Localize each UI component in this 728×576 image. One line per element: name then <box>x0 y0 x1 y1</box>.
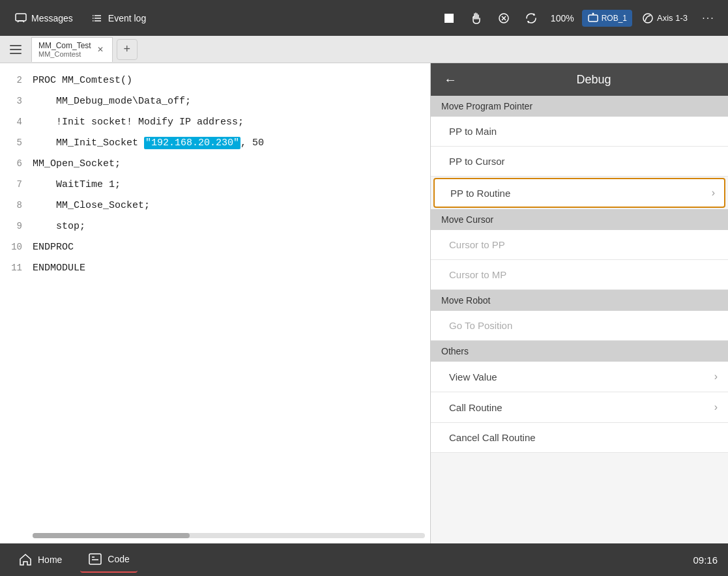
menu-item-cursor-to-pp: Cursor to PP <box>431 230 728 260</box>
code-line-2: 2 PROC MM_Comtest() <box>0 70 430 91</box>
debug-back-button[interactable]: ← <box>441 70 459 89</box>
debug-menu-items: Move Program Pointer PP to Main PP to Cu… <box>431 96 728 543</box>
line-num-10: 10 <box>0 242 33 252</box>
line-content-6: MM_Open_Socket; <box>33 158 121 169</box>
hamburger-line <box>10 45 22 46</box>
tab-close-button[interactable]: ✕ <box>95 44 106 55</box>
svg-rect-15 <box>89 554 101 564</box>
svg-rect-0 <box>16 14 26 21</box>
menu-item-call-routine[interactable]: Call Routine › <box>431 392 728 423</box>
code-line-6: 6 MM_Open_Socket; <box>0 153 430 174</box>
code-line-10: 10 ENDPROC <box>0 237 430 257</box>
hamburger-line <box>10 49 22 50</box>
menu-item-pp-to-cursor[interactable]: PP to Cursor <box>431 147 728 177</box>
go-to-position-label: Go To Position <box>449 320 512 331</box>
cross-button[interactable] <box>492 7 516 30</box>
add-icon: + <box>123 42 130 56</box>
toolbar-right: 100% ROB_1 Axis 1-3 ··· <box>437 7 720 30</box>
hand-icon-button[interactable] <box>465 7 488 30</box>
line-content-11: ENDMODULE <box>33 263 85 274</box>
hamburger-button[interactable] <box>5 39 26 60</box>
section-move-cursor: Move Cursor <box>431 209 728 230</box>
svg-point-12 <box>592 12 594 14</box>
event-log-label: Event log <box>108 13 146 23</box>
view-value-arrow: › <box>714 371 718 382</box>
tab-subtitle: MM_Comtest <box>38 50 91 58</box>
rob-label: ROB_1 <box>602 14 627 23</box>
rob-badge[interactable]: ROB_1 <box>582 10 632 27</box>
line-num-8: 8 <box>0 200 33 210</box>
home-button[interactable]: Home <box>10 547 70 572</box>
tab-bar: MM_Com_Test MM_Comtest ✕ + <box>0 36 728 63</box>
menu-item-cancel-call-routine[interactable]: Cancel Call Routine <box>431 423 728 453</box>
code-line-7: 7 WaitTime 1; <box>0 174 430 195</box>
call-routine-arrow: › <box>714 401 718 413</box>
menu-item-pp-to-routine[interactable]: PP to Routine › <box>433 178 725 208</box>
code-scroll-thumb <box>33 533 190 538</box>
active-tab[interactable]: MM_Com_Test MM_Comtest ✕ <box>31 37 113 62</box>
line-num-4: 4 <box>0 117 33 127</box>
sync-icon <box>519 7 543 30</box>
code-line-3: 3 MM_Debug_mode\Data_off; <box>0 91 430 111</box>
menu-item-go-to-position: Go To Position <box>431 311 728 341</box>
back-arrow-icon: ← <box>444 72 457 87</box>
main-content: 2 PROC MM_Comtest() 3 MM_Debug_mode\Data… <box>0 63 728 543</box>
more-button[interactable]: ··· <box>697 7 720 30</box>
code-icon <box>88 552 102 566</box>
line-content-10: ENDPROC <box>33 242 74 253</box>
messages-label: Messages <box>31 13 73 23</box>
code-lines: 2 PROC MM_Comtest() 3 MM_Debug_mode\Data… <box>0 63 430 285</box>
line-content-8: MM_Close_Socket; <box>33 200 150 211</box>
message-icon <box>14 12 27 25</box>
line-num-2: 2 <box>0 75 33 85</box>
time-display: 09:16 <box>693 554 718 566</box>
line-num-9: 9 <box>0 221 33 231</box>
tab-title: MM_Com_Test <box>38 41 91 50</box>
section-move-robot: Move Robot <box>431 290 728 311</box>
more-icon: ··· <box>702 12 714 24</box>
line-num-5: 5 <box>0 137 33 148</box>
stop-button[interactable] <box>437 7 461 30</box>
debug-panel: ← Debug Move Program Pointer PP to Main … <box>430 63 728 543</box>
highlighted-ip: "192.168.20.230" <box>144 137 240 149</box>
debug-title: Debug <box>470 73 718 87</box>
zoom-percent: 100% <box>547 13 578 23</box>
code-line-4: 4 !Init socket! Modify IP address; <box>0 111 430 132</box>
line-content-5: MM_Init_Socket "192.168.20.230", 50 <box>33 137 264 149</box>
line-num-3: 3 <box>0 96 33 106</box>
tab-content: MM_Com_Test MM_Comtest <box>38 41 91 58</box>
pp-to-routine-arrow: › <box>712 187 715 199</box>
menu-item-cursor-to-mp: Cursor to MP <box>431 260 728 290</box>
menu-item-view-value[interactable]: View Value › <box>431 362 728 392</box>
line-content-9: stop; <box>33 221 85 232</box>
code-label: Code <box>108 554 129 564</box>
pp-to-main-label: PP to Main <box>449 126 497 137</box>
svg-rect-7 <box>444 14 454 23</box>
bottom-bar: Home Code 09:16 <box>0 543 728 576</box>
menu-item-pp-to-main[interactable]: PP to Main <box>431 117 728 147</box>
call-routine-label: Call Routine <box>449 402 502 413</box>
axis-badge[interactable]: Axis 1-3 <box>636 9 693 27</box>
code-editor[interactable]: 2 PROC MM_Comtest() 3 MM_Debug_mode\Data… <box>0 63 430 543</box>
home-label: Home <box>38 554 62 565</box>
tab-add-button[interactable]: + <box>117 39 138 60</box>
cancel-call-routine-label: Cancel Call Routine <box>449 432 536 443</box>
hamburger-line <box>10 53 22 54</box>
axis-label: Axis 1-3 <box>657 13 688 23</box>
code-line-11: 11 ENDMODULE <box>0 257 430 278</box>
messages-button[interactable]: Messages <box>8 8 80 29</box>
view-value-label: View Value <box>449 371 497 382</box>
code-line-8: 8 MM_Close_Socket; <box>0 195 430 216</box>
line-content-4: !Init socket! Modify IP address; <box>33 117 244 128</box>
home-icon <box>18 553 33 567</box>
section-others: Others <box>431 341 728 362</box>
line-content-2: PROC MM_Comtest() <box>33 75 132 86</box>
code-line-5: 5 MM_Init_Socket "192.168.20.230", 50 <box>0 132 430 153</box>
cursor-to-pp-label: Cursor to PP <box>449 239 505 250</box>
pp-to-routine-label: PP to Routine <box>450 188 510 199</box>
code-scrollbar[interactable] <box>33 533 425 538</box>
pp-to-cursor-label: PP to Cursor <box>449 156 505 167</box>
event-log-button[interactable]: Event log <box>85 8 153 29</box>
cursor-to-mp-label: Cursor to MP <box>449 269 506 280</box>
code-button[interactable]: Code <box>80 547 137 573</box>
